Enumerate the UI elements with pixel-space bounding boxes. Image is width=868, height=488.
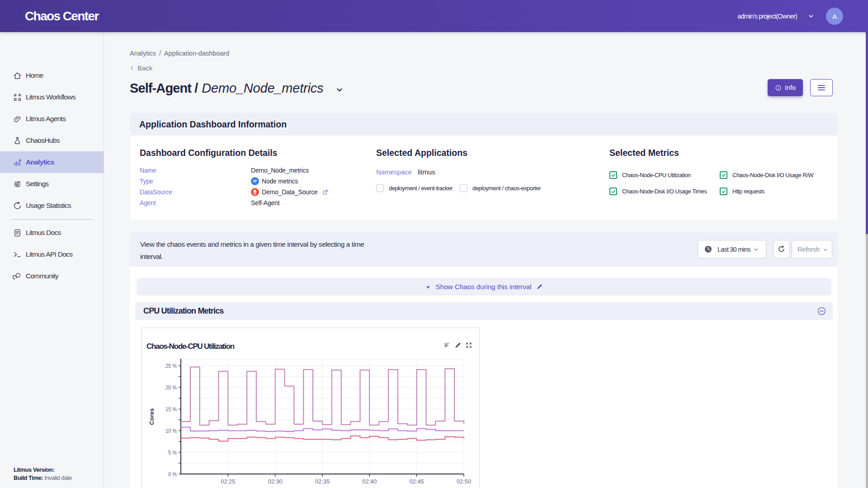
checkbox-label: Chaos-Node-Disk I/O Usage Times xyxy=(622,188,707,195)
page-title-agent: Self-Agent / xyxy=(130,81,198,96)
docs-icon xyxy=(13,228,22,238)
svg-text:5 %: 5 % xyxy=(168,450,177,456)
time-range-dropdown[interactable]: Last 30 mins xyxy=(698,240,766,258)
avatar[interactable]: A xyxy=(826,8,843,25)
selected-applications-heading: Selected Applications xyxy=(376,148,467,158)
sidebar-docs-nav: Litmus DocsLitmus API DocsCommunity xyxy=(0,222,104,287)
checkbox-label: Http requests xyxy=(732,188,764,195)
scrollbar-thumb[interactable] xyxy=(866,32,868,234)
hamburger-icon xyxy=(817,84,826,91)
dashboard-information-title: Application Dashboard Information xyxy=(130,113,838,136)
sidebar-item-label: Usage Statistics xyxy=(26,202,71,210)
sidebar-item-litmus-agents[interactable]: Litmus Agents xyxy=(0,108,104,130)
namespace-value: litmus xyxy=(418,169,435,176)
pencil-icon[interactable] xyxy=(536,283,543,290)
cpu-utilization-section-header: CPU Utilization Metrics xyxy=(135,302,833,320)
show-chaos-toggle[interactable]: Show Chaos during this interval xyxy=(137,278,831,296)
selected-metrics-heading: Selected Metrics xyxy=(609,148,679,158)
check-icon xyxy=(610,188,616,194)
sidebar-item-home[interactable]: Home xyxy=(0,65,104,86)
collapse-section-icon[interactable] xyxy=(817,306,826,316)
svg-text:02:45: 02:45 xyxy=(410,479,424,485)
checkbox[interactable] xyxy=(720,188,727,195)
analytics-icon xyxy=(13,158,22,167)
info-button[interactable]: Info xyxy=(768,79,803,96)
sidebar-item-litmus-docs[interactable]: Litmus Docs xyxy=(0,222,104,244)
sidebar-item-community[interactable]: Community xyxy=(0,265,104,287)
checkbox[interactable] xyxy=(376,184,384,192)
sidebar-item-litmus-workflows[interactable]: Litmus Workflows xyxy=(0,86,104,108)
time-interval-panel: View the chaos events and metrics in a g… xyxy=(130,232,838,267)
namespace-row: Namespace litmus xyxy=(376,167,435,178)
metric-checkbox-item: Chaos-Node-Disk I/O Usage Times xyxy=(609,188,720,195)
project-selector[interactable]: admin's project(Owner) xyxy=(737,0,797,32)
config-row-datasource: DataSourceDemo_Data_Source xyxy=(140,187,329,197)
config-label: Agent xyxy=(140,199,251,206)
config-label: Type xyxy=(140,178,251,185)
back-button[interactable]: Back xyxy=(129,64,152,72)
svg-text:15 %: 15 % xyxy=(165,406,177,413)
back-label: Back xyxy=(137,64,152,72)
refresh-dropdown-label: Refresh xyxy=(797,246,820,253)
sidebar-item-usage-statistics[interactable]: Usage Statistics xyxy=(0,195,104,216)
prometheus-icon xyxy=(251,188,259,196)
community-icon xyxy=(13,272,22,281)
application-checkbox-item: deployment / event-tracker xyxy=(376,184,453,192)
svg-text:25 %: 25 % xyxy=(165,363,177,369)
sidebar-item-label: Litmus Workflows xyxy=(26,93,75,101)
svg-text:02:50: 02:50 xyxy=(457,479,471,485)
sidebar-item-chaoshubs[interactable]: ChaosHubs xyxy=(0,130,104,151)
check-icon xyxy=(721,188,726,194)
home-icon xyxy=(13,71,22,80)
svg-text:02:40: 02:40 xyxy=(362,479,377,485)
chevron-down-icon xyxy=(822,247,829,253)
metrics-row: Chaos-Node-Disk I/O Usage TimesHttp requ… xyxy=(609,186,817,197)
time-interval-description: View the chaos events and metrics in a g… xyxy=(140,238,364,263)
svg-text:0 %: 0 % xyxy=(168,471,177,478)
chevron-down-icon[interactable] xyxy=(807,13,815,20)
config-row-type: TypeNode metrics xyxy=(140,176,329,187)
usage-icon xyxy=(13,201,22,211)
title-chevron-down-icon[interactable] xyxy=(335,85,344,94)
sidebar-item-analytics[interactable]: Analytics xyxy=(0,151,104,173)
checkbox[interactable] xyxy=(720,171,727,179)
check-icon xyxy=(721,172,726,178)
cpu-section-title: CPU Utilization Metrics xyxy=(143,306,223,316)
refresh-now-button[interactable] xyxy=(773,240,790,258)
api-icon xyxy=(13,250,22,259)
cpu-utilization-chart-card: Chaos-Node-CPU Utilization 0 %5 %10 %15 … xyxy=(141,328,480,488)
config-row-name: NameDemo_Node_metrics xyxy=(140,165,329,176)
sidebar-item-litmus-api-docs[interactable]: Litmus API Docs xyxy=(0,244,104,265)
page: Chaos Center admin's project(Owner) A Ho… xyxy=(0,0,868,488)
refresh-interval-dropdown[interactable]: Refresh xyxy=(792,240,832,258)
top-header-bar: Chaos Center admin's project(Owner) A xyxy=(0,0,868,32)
checkbox[interactable] xyxy=(609,188,617,195)
refresh-icon xyxy=(777,245,786,253)
sidebar-item-settings[interactable]: Settings xyxy=(0,173,104,195)
clock-icon xyxy=(704,245,712,253)
show-chaos-label: Show Chaos during this interval xyxy=(436,283,532,291)
sidebar-nav: HomeLitmus WorkflowsLitmus AgentsChaosHu… xyxy=(0,65,104,216)
breadcrumb-analytics[interactable]: Analytics xyxy=(130,50,156,57)
breadcrumb-application-dashboard[interactable]: Application-dashboard xyxy=(164,50,229,57)
dashboard-information-panel: Application Dashboard Information Dashbo… xyxy=(130,113,838,220)
chevron-down-icon xyxy=(753,246,760,253)
checkbox-label: deployment / event-tracker xyxy=(389,185,453,192)
checkbox[interactable] xyxy=(460,184,467,192)
config-label: DataSource xyxy=(140,188,251,196)
checkbox-label: Chaos-Node-Disk I/O Usage R/W xyxy=(732,172,813,178)
config-value: Demo_Data_Source xyxy=(262,188,318,196)
hubs-icon xyxy=(13,136,22,145)
checkbox[interactable] xyxy=(609,171,617,179)
sidebar-item-label: Analytics xyxy=(26,158,54,166)
page-title: Self-Agent / Demo_Node_metrics xyxy=(130,81,344,96)
dashboard-information-body: Dashboard Configuration Details NameDemo… xyxy=(130,136,838,220)
external-link-icon xyxy=(322,189,329,196)
sidebar-item-label: Litmus Agents xyxy=(26,115,66,123)
triangle-down-icon xyxy=(425,284,431,291)
build-time-label: Build Time: xyxy=(14,474,43,481)
svg-text:Cores: Cores xyxy=(148,408,155,425)
menu-button[interactable] xyxy=(810,79,833,96)
config-row-agent: AgentSelf-Agent xyxy=(140,197,329,208)
config-value: Node metrics xyxy=(262,178,298,185)
